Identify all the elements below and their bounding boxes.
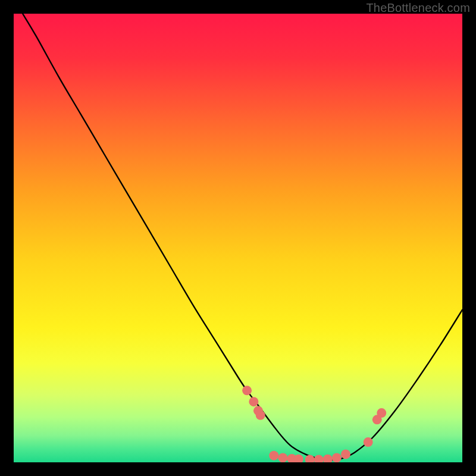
plot-background <box>14 14 462 462</box>
highlight-point <box>256 411 265 420</box>
highlight-point <box>341 449 350 459</box>
bottleneck-chart <box>0 0 476 476</box>
highlight-point <box>305 455 315 464</box>
highlight-point <box>314 455 324 464</box>
highlight-point <box>249 397 258 406</box>
highlight-point <box>323 455 333 464</box>
highlight-point <box>269 451 278 461</box>
highlight-point <box>278 453 287 462</box>
highlight-point <box>294 455 303 464</box>
highlight-point <box>364 437 373 447</box>
highlight-point <box>377 408 386 418</box>
watermark-text: TheBottleneck.com <box>366 1 470 15</box>
highlight-point <box>242 386 252 395</box>
chart-frame: TheBottleneck.com <box>0 0 476 476</box>
highlight-point <box>332 453 342 462</box>
